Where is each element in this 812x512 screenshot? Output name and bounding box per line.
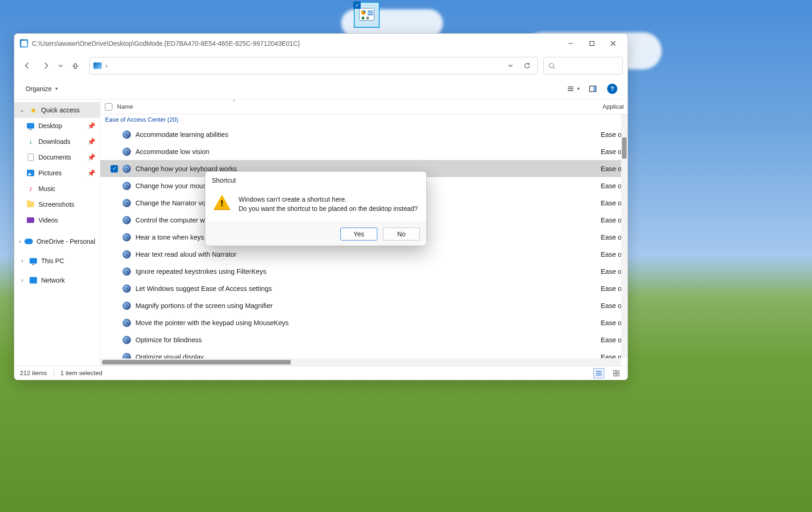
sidebar-item-label: OneDrive - Personal: [37, 238, 95, 245]
list-item[interactable]: Ignore repeated keystrokes using FilterK…: [100, 263, 627, 280]
sidebar-item-music[interactable]: ♪ Music: [14, 181, 100, 197]
quick-access-header[interactable]: ⌄ ★ Quick access: [14, 102, 100, 118]
item-name: Move the pointer with the keypad using M…: [135, 319, 596, 327]
chevron-right-icon: ›: [19, 258, 25, 264]
minimize-button[interactable]: [560, 37, 581, 50]
details-view-button[interactable]: [593, 368, 604, 378]
sidebar-item-label: Videos: [38, 216, 58, 224]
pin-icon: 📌: [87, 122, 95, 130]
recent-locations-button[interactable]: [56, 57, 65, 74]
sidebar-item-desktop[interactable]: Desktop 📌: [14, 118, 100, 134]
refresh-button[interactable]: [521, 62, 534, 69]
list-item[interactable]: Accommodate low visionEase of: [100, 143, 627, 160]
sidebar-item-screenshots[interactable]: Screenshots: [14, 197, 100, 212]
list-item[interactable]: Optimize visual displayEase of: [100, 348, 627, 358]
organize-label: Organize: [25, 85, 52, 93]
view-options-button[interactable]: ▼: [566, 81, 581, 97]
item-name: Optimize for blindness: [135, 336, 596, 344]
sidebar-item-downloads[interactable]: ↓ Downloads 📌: [14, 134, 100, 149]
svg-rect-21: [614, 370, 616, 373]
group-header[interactable]: Ease of Access Center (20): [100, 114, 627, 126]
sidebar-item-onedrive[interactable]: › OneDrive - Personal: [14, 234, 100, 249]
search-input[interactable]: [543, 57, 623, 74]
help-button[interactable]: ?: [604, 81, 620, 97]
control-panel-item-icon: [123, 165, 131, 173]
warning-icon: !: [214, 195, 230, 210]
command-bar: Organize ▼ ▼ ?: [14, 78, 627, 99]
svg-rect-3: [368, 12, 373, 13]
separator: [54, 370, 54, 377]
list-item[interactable]: Move the pointer with the keypad using M…: [100, 314, 627, 331]
chevron-right-icon: ›: [19, 238, 21, 245]
svg-rect-4: [368, 14, 373, 15]
control-panel-item-icon: [123, 319, 131, 327]
sidebar-item-network[interactable]: › Network: [14, 272, 100, 288]
location-icon: [93, 62, 102, 69]
sidebar-item-label: Downloads: [38, 138, 70, 145]
chevron-right-icon: ›: [19, 277, 25, 284]
forward-button[interactable]: [37, 57, 54, 74]
caret-down-icon: ▼: [55, 86, 59, 91]
sidebar-item-label: Desktop: [38, 122, 62, 130]
scrollbar-thumb[interactable]: [622, 137, 627, 159]
control-panel-item-icon: [123, 148, 131, 156]
address-dropdown-button[interactable]: [504, 63, 517, 68]
maximize-button[interactable]: [581, 37, 603, 50]
dialog-message: Windows can't create a shortcut here. Do…: [239, 195, 418, 214]
svg-point-11: [549, 63, 554, 67]
close-button[interactable]: [603, 37, 624, 50]
item-name: Accommodate learning abilities: [135, 131, 596, 138]
pc-icon: [30, 258, 37, 264]
control-panel-item-icon: [123, 130, 131, 139]
vertical-scrollbar[interactable]: [621, 114, 627, 358]
search-icon: [548, 62, 555, 69]
music-icon: ♪: [26, 185, 35, 193]
pin-icon: 📌: [87, 169, 95, 177]
up-button[interactable]: [67, 57, 84, 74]
sidebar-item-this-pc[interactable]: › This PC: [14, 253, 100, 269]
column-header-name[interactable]: Name ˄: [117, 103, 357, 110]
sidebar-item-videos[interactable]: Videos: [14, 212, 100, 228]
control-panel-item-icon: [123, 284, 131, 293]
list-item[interactable]: Accommodate learning abilitiesEase of: [100, 126, 627, 143]
preview-pane-button[interactable]: [585, 81, 601, 97]
control-panel-item-icon: [123, 353, 131, 359]
svg-line-12: [553, 67, 555, 69]
scrollbar-thumb[interactable]: [102, 360, 291, 364]
list-item[interactable]: Optimize for blindnessEase of: [100, 331, 627, 348]
item-name: Optimize visual display: [135, 353, 596, 359]
svg-rect-24: [617, 374, 619, 376]
sidebar-item-label: Music: [38, 185, 55, 192]
back-button[interactable]: [19, 57, 36, 74]
desktop-godmode-icon[interactable]: ✓: [354, 2, 380, 28]
selection-count: 1 item selected: [61, 370, 103, 376]
row-checkbox[interactable]: ✓: [111, 165, 118, 173]
folder-icon: [27, 202, 34, 207]
sidebar-item-label: Pictures: [38, 169, 62, 177]
item-name: Magnify portions of the screen using Mag…: [135, 302, 596, 309]
onedrive-icon: [25, 239, 33, 244]
download-icon: ↓: [26, 137, 35, 146]
list-item[interactable]: Let Windows suggest Ease of Access setti…: [100, 280, 627, 297]
column-header-application[interactable]: Applicat: [603, 103, 627, 110]
control-panel-item-icon: [123, 216, 131, 224]
sidebar-item-label: This PC: [41, 257, 64, 265]
sidebar-item-pictures[interactable]: Pictures 📌: [14, 165, 100, 181]
no-button[interactable]: No: [383, 228, 420, 241]
control-panel-item-icon: [123, 267, 131, 276]
yes-button[interactable]: Yes: [340, 228, 377, 241]
svg-rect-22: [617, 370, 619, 373]
help-icon: ?: [607, 84, 617, 94]
select-all-checkbox[interactable]: [105, 103, 112, 111]
thumbnails-view-button[interactable]: [611, 368, 622, 378]
sidebar-item-documents[interactable]: Documents 📌: [14, 149, 100, 165]
item-name: Accommodate low vision: [135, 148, 596, 155]
list-item[interactable]: Hear text read aloud with NarratorEase o…: [100, 246, 627, 263]
address-bar[interactable]: ›: [89, 57, 538, 74]
list-item[interactable]: Magnify portions of the screen using Mag…: [100, 297, 627, 314]
organize-menu-button[interactable]: Organize ▼: [22, 83, 62, 94]
svg-rect-8: [590, 42, 594, 46]
titlebar[interactable]: C:\Users\awawr\OneDrive\Desktop\GodMode.…: [14, 34, 627, 53]
horizontal-scrollbar[interactable]: [100, 358, 621, 366]
network-icon: [30, 277, 37, 284]
